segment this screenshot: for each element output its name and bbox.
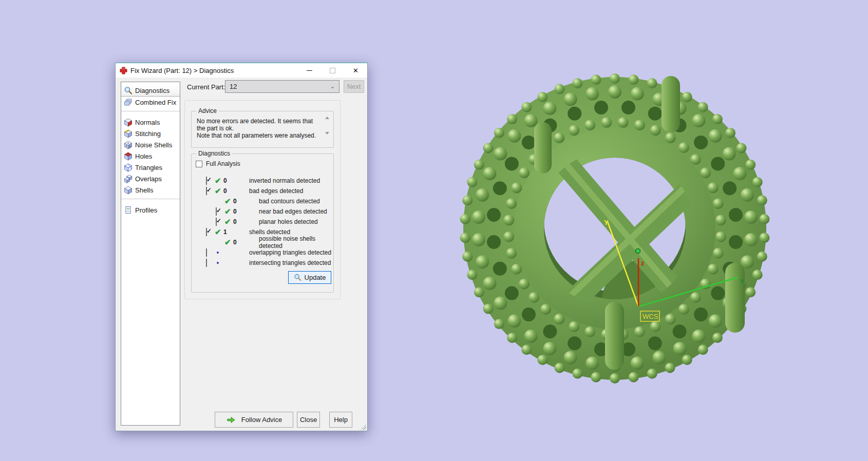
sidebar-item-normals[interactable]: Normals [121,117,180,128]
ok-check-icon [224,207,233,216]
cube-icon [124,186,133,195]
sidebar-item-label: Shells [135,186,153,194]
current-part-value: 12 [230,83,237,90]
update-label: Update [305,274,326,281]
sidebar-item-overlaps[interactable]: Overlaps [121,173,180,184]
sidebar-item-label: Triangles [135,164,162,171]
diagnostic-label: bad edges detected [249,187,303,195]
origin-marker [636,249,640,254]
advice-text: No more errors are detected. It seems th… [192,111,333,139]
advice-line1: No more errors are detected. It seems th… [197,118,321,132]
current-part-dropdown[interactable]: 12 ⌄ [225,80,339,93]
count: 1 [223,228,249,236]
row-bad-edges: 0 bad edges detected [192,186,333,196]
checkbox[interactable] [216,218,217,226]
next-button[interactable]: Next [344,80,364,93]
sidebar-item-label: Stitching [135,130,161,138]
layers-icon [124,98,133,107]
sidebar-item-noise-shells[interactable]: Noise Shells [121,139,180,150]
diagnostic-label: inverted normals detected [249,177,320,184]
maximize-button[interactable] [321,63,344,78]
count: 0 [233,198,259,205]
ok-check-icon [224,217,233,226]
checkbox[interactable] [206,177,207,185]
sidebar-item-combined-fix[interactable]: Combined Fix [121,97,180,108]
diagnostic-label: overlapping triangles detected [249,249,331,256]
count: 0 [233,208,259,215]
sidebar-separator [121,199,180,199]
full-analysis-row: Full Analysis [196,160,240,167]
row-overlapping-triangles: overlapping triangles detected [192,247,333,258]
magnifier-icon [294,274,301,281]
diagnostic-label: bad contours detected [259,198,320,205]
count: 0 [223,177,249,184]
scroll-down-arrow-icon[interactable] [325,132,329,135]
row-bad-contours: 0 bad contours detected [192,196,333,206]
checkbox[interactable] [216,207,217,216]
axis-x-label: x [740,277,744,284]
ok-check-icon [215,227,223,237]
scroll-up-arrow-icon[interactable] [325,117,329,119]
sidebar-separator [121,111,180,111]
row-possible-noise-shells: 0 possible noise shells detected [192,237,333,247]
count: 0 [233,218,259,225]
resize-grip[interactable] [360,423,366,430]
ok-check-icon [224,197,233,206]
checkbox[interactable] [206,248,207,257]
row-intersecting-triangles: intersecting triangles detected [192,258,333,268]
green-arrow-icon [226,416,236,424]
minimize-button[interactable] [298,63,321,78]
close-dialog-button[interactable]: Close [297,412,320,428]
advice-line2: Note that not all parameters were analys… [197,132,321,139]
sidebar-item-profiles[interactable]: Profiles [121,204,180,216]
sidebar-item-label: Normals [135,119,160,126]
wizard-page-list: Diagnostics Combined Fix Normals [121,82,180,426]
close-button[interactable] [344,63,367,78]
diagnostic-label: shells detected [249,228,290,236]
diagnostic-rows: 0 inverted normals detected 0 bad edges … [192,176,333,268]
wizard-page-panel: Advice No more errors are detected. It s… [184,100,341,299]
diagnostics-groupbox: Diagnostics Full Analysis 0 inverted nor… [191,153,334,293]
bullet-icon [217,252,219,254]
sidebar-item-label: Noise Shells [135,141,172,149]
sidebar-item-label: Overlaps [135,175,162,183]
checkbox[interactable] [206,187,207,195]
row-near-bad-edges: 0 near bad edges detected [192,206,333,217]
ok-check-icon [224,238,233,247]
fix-wizard-dialog: Fix Wizard (Part: 12) > Diagnostics Diag… [115,63,368,431]
ok-check-icon [215,176,223,185]
window-title: Fix Wizard (Part: 12) > Diagnostics [130,67,298,74]
chevron-down-icon: ⌄ [330,83,335,90]
update-button[interactable]: Update [288,271,331,284]
count: 0 [233,239,259,246]
magnifier-icon [124,86,133,95]
help-button[interactable]: Help [329,412,352,428]
sidebar-item-diagnostics[interactable]: Diagnostics [121,85,180,97]
sidebar-item-label: Diagnostics [135,87,169,94]
checkbox[interactable] [206,228,207,236]
cube-yellow-edge-icon [124,129,133,138]
current-part-label: Current Part: [187,83,225,91]
sidebar-item-holes[interactable]: Holes [121,150,180,162]
cube-dots-icon [124,141,133,149]
ok-check-icon [215,186,223,196]
count: 0 [223,187,249,195]
follow-advice-button[interactable]: Follow Advice [215,412,293,428]
app-red-cross-icon [120,67,127,74]
full-analysis-checkbox[interactable] [196,161,202,167]
diagnostic-label: planar holes detected [259,218,318,225]
diagnostic-label: near bad edges detected [259,208,327,215]
sidebar-item-shells[interactable]: Shells [121,184,180,196]
sidebar-item-triangles[interactable]: Triangles [121,162,180,173]
checkbox[interactable] [206,259,207,267]
cube-red-side-icon [124,118,133,127]
row-inverted-normals: 0 inverted normals detected [192,176,333,186]
axis-y-label: Y [604,219,609,226]
wcs-label: WCS [643,313,658,320]
double-cube-icon [124,175,133,183]
titlebar[interactable]: Fix Wizard (Part: 12) > Diagnostics [116,63,367,78]
advice-groupbox: Advice No more errors are detected. It s… [191,111,334,148]
sidebar-item-stitching[interactable]: Stitching [121,128,180,139]
minimize-icon [307,70,312,71]
sidebar-item-label: Profiles [135,206,157,214]
